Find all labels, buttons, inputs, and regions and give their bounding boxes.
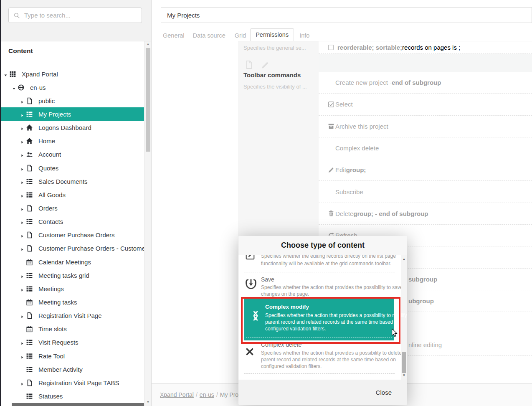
dialog-title: Choose type of content	[238, 236, 407, 255]
tree-item-xpand-portal[interactable]: Xpand Portal	[0, 67, 144, 81]
scroll-down-icon[interactable]: ▼	[144, 399, 152, 405]
permission-label: reorderable; sortable;	[337, 44, 402, 51]
tree-item-meeting-tasks-grid[interactable]: Meeting tasks grid	[0, 269, 144, 282]
breadcrumb-item-xpand-portal[interactable]: Xpand Portal	[160, 391, 194, 398]
tree-item-visit-requests[interactable]: Visit Requests	[0, 336, 144, 349]
expand-arrow-icon[interactable]	[20, 354, 26, 358]
expand-arrow-icon[interactable]	[20, 125, 26, 130]
scroll-up-icon[interactable]: ▲	[144, 41, 152, 47]
tab-info[interactable]: Info	[299, 32, 309, 41]
tree-item-customer-purchase-orders-customer[interactable]: Customer Purchase Orders - Customer	[0, 242, 144, 255]
tree-item-statuses[interactable]: Statuses	[0, 389, 144, 403]
tab-general[interactable]: General	[163, 32, 185, 41]
list-icon	[26, 366, 33, 373]
expand-arrow-icon[interactable]	[20, 287, 26, 291]
search-icon	[13, 12, 20, 19]
calendar-icon	[26, 299, 33, 306]
item-description-line: parent record and related records at the…	[261, 356, 396, 363]
sidebar-scrollbar-thumb[interactable]	[146, 48, 150, 152]
tree-item-label: Sales Documents	[38, 178, 88, 185]
expand-arrow-icon[interactable]	[20, 381, 26, 385]
tree-item-customer-purchase-orders[interactable]: Customer Purchase Orders	[0, 228, 144, 242]
expand-arrow-icon[interactable]	[20, 233, 26, 237]
permission-row[interactable]: reorderable; sortable; records on pages …	[319, 41, 532, 54]
tree-item-meetings[interactable]: Meetings	[0, 282, 144, 295]
expand-arrow-icon[interactable]	[20, 193, 26, 197]
permission-row[interactable]: Complex delete	[319, 137, 532, 159]
page-icon	[26, 245, 33, 252]
tree-item-all-goods[interactable]: All Goods	[0, 188, 144, 201]
permission-label: Subscribe	[335, 188, 363, 195]
tree-item-label: All Goods	[38, 191, 66, 198]
expand-arrow-icon[interactable]	[20, 112, 26, 117]
tree-item-meeting-tasks[interactable]: Meeting tasks	[0, 295, 144, 309]
tab-permissions[interactable]: Permissions	[250, 28, 294, 41]
expand-arrow-icon[interactable]	[20, 179, 26, 184]
checkbox-checked-icon	[328, 101, 334, 108]
tab-grid[interactable]: Grid	[235, 32, 246, 41]
expand-arrow-icon[interactable]	[20, 313, 26, 318]
tree-item-label: Orders	[38, 205, 58, 212]
permission-row[interactable]: Create new project - end of subgroup	[319, 72, 532, 94]
scroll-down-icon[interactable]: ▼	[401, 373, 407, 378]
sidebar-horizontal-scrollbar-thumb[interactable]	[12, 403, 144, 406]
tree-item-sales-documents[interactable]: Sales Documents	[0, 175, 144, 188]
separator	[244, 373, 395, 374]
item-description-line: Specifies whether the action that provid…	[261, 350, 402, 356]
list-icon	[26, 285, 33, 292]
page-icon	[26, 97, 33, 104]
expand-arrow-icon[interactable]	[20, 99, 26, 103]
search-input[interactable]	[23, 11, 134, 19]
tree-item-calendar-meetings[interactable]: Calendar Meetings	[0, 255, 144, 269]
list-icon	[26, 191, 33, 198]
tree-item-contacts[interactable]: Contacts	[0, 215, 144, 228]
tree-item-label: Rate Tool	[38, 353, 65, 360]
permission-row[interactable]: Subscribe	[319, 181, 532, 203]
mouse-cursor-icon	[390, 327, 399, 338]
breadcrumb-item-en-us[interactable]: en-us	[200, 391, 214, 398]
tree-item-public[interactable]: public	[0, 94, 144, 107]
expand-arrow-icon[interactable]	[20, 246, 26, 251]
tree-item-quotes[interactable]: Quotes	[0, 161, 144, 175]
page-icon	[26, 312, 33, 319]
permission-row[interactable]: Select	[319, 94, 532, 115]
scroll-up-icon[interactable]: ▲	[401, 257, 407, 262]
permission-row[interactable]: Archive this project	[319, 116, 532, 137]
tree-item-account[interactable]: Account	[0, 148, 144, 161]
expand-arrow-icon[interactable]	[20, 273, 26, 278]
sidebar-scrollbar[interactable]: ▲ ▼	[144, 41, 151, 406]
tree-item-label: Statuses	[38, 393, 63, 400]
tab-data-source[interactable]: Data source	[193, 32, 225, 41]
content-type-item-save[interactable]: Save	[261, 276, 274, 283]
tree-item-logons-dashboard[interactable]: Logons Dashboard	[0, 121, 144, 134]
tree-item-registration-visit-page-tabs[interactable]: Registration Visit Page TABS	[0, 376, 144, 389]
tree-item-home[interactable]: Home	[0, 134, 144, 148]
permission-row[interactable]: Edit group;	[319, 159, 532, 181]
expand-arrow-icon[interactable]	[20, 206, 26, 211]
search-box[interactable]	[8, 8, 142, 23]
tree-item-my-projects[interactable]: My Projects	[0, 107, 144, 121]
tree-item-label: Registration Visit Page TABS	[38, 379, 119, 386]
tree-item-time-slots[interactable]: Time slots	[0, 322, 144, 336]
permission-row[interactable]: Delete group; - end of subgroup	[319, 203, 532, 225]
window-edge	[0, 0, 1, 406]
tree-item-en-us[interactable]: en-us	[0, 81, 144, 94]
expand-arrow-icon[interactable]	[20, 152, 26, 157]
expand-arrow-icon[interactable]	[20, 139, 26, 143]
tree-item-registration-visit-page[interactable]: Registration Visit Page	[0, 309, 144, 322]
tree-item-member-activity[interactable]: Member Activity	[0, 363, 144, 376]
home-icon	[26, 124, 33, 131]
close-button[interactable]: Close	[376, 380, 392, 405]
expand-arrow-icon[interactable]	[20, 340, 26, 345]
dialog-scrollbar-thumb[interactable]	[402, 352, 406, 373]
collapse-arrow-icon[interactable]	[12, 85, 18, 90]
expand-arrow-icon[interactable]	[20, 219, 26, 224]
tree-item-orders[interactable]: Orders	[0, 201, 144, 215]
tab-bar: GeneralData sourceGridPermissionsInfo	[152, 29, 309, 41]
collapse-arrow-icon[interactable]	[3, 72, 9, 76]
expand-arrow-icon[interactable]	[20, 166, 26, 170]
page-title-field[interactable]: My Projects	[161, 7, 532, 23]
item-description-line: Specifies whether the editing records di…	[261, 255, 396, 259]
tree-item-rate-tool[interactable]: Rate Tool	[0, 349, 144, 363]
permission-label: end of subgroup	[392, 79, 441, 86]
